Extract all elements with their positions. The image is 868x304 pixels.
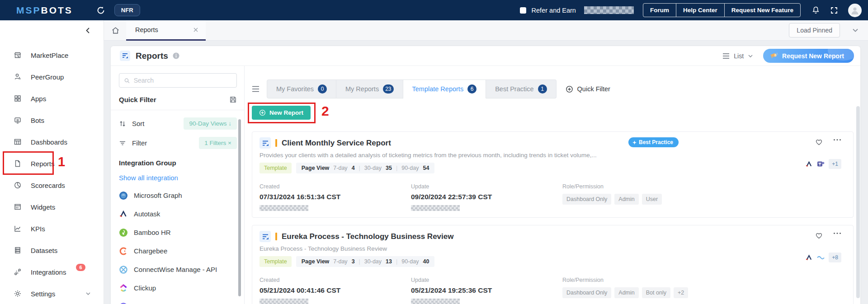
sparkle-icon — [632, 140, 637, 145]
quick-filter-tab[interactable]: Quick Filter — [566, 85, 610, 93]
sidebar-item-scorecards[interactable]: Scorecards — [0, 174, 104, 196]
more-actions-icon[interactable] — [833, 232, 841, 234]
sidebar-item-label: Widgets — [31, 203, 55, 211]
tab-template-reports[interactable]: Template Reports 6 — [403, 80, 486, 98]
filter-row: Filter 1 Filters × — [119, 137, 237, 149]
report-card-eureka-process[interactable]: Eureka Process - Technology Business Rev… — [252, 225, 854, 304]
more-integrations-chip[interactable]: +1 — [829, 159, 841, 169]
nfr-badge[interactable]: NFR — [114, 4, 140, 16]
integration-label: Microsoft Graph — [134, 192, 182, 199]
widgets-icon — [14, 203, 22, 211]
page-view-30day-label: 30-day — [364, 258, 382, 265]
sort-icon — [119, 120, 126, 127]
notifications-bell-icon[interactable] — [811, 6, 820, 14]
sidebar-item-peergroup[interactable]: PeerGroup — [0, 66, 104, 88]
report-title[interactable]: Eureka Process - Technology Business Rev… — [282, 232, 453, 241]
filter-icon — [119, 140, 126, 147]
load-pinned-button[interactable]: Load Pinned — [789, 23, 840, 37]
sidebar-item-kpis[interactable]: KPIs — [0, 218, 104, 239]
hamburger-icon[interactable] — [252, 86, 259, 92]
integration-item-bamboo-hr[interactable]: Bamboo HR — [119, 223, 237, 242]
megaphone-icon — [769, 52, 778, 60]
sidebar-item-label: Apps — [31, 95, 46, 103]
integration-item-chargebee[interactable]: Chargebee — [119, 242, 237, 260]
chevron-down-icon[interactable] — [85, 291, 91, 296]
page-view-7day-label: 7-day — [333, 165, 347, 171]
request-new-report-button[interactable]: Request New Report — [763, 49, 854, 63]
close-tab-icon[interactable] — [193, 27, 198, 33]
autotask-icon — [805, 160, 813, 168]
template-chip: Template — [259, 256, 292, 267]
favorite-heart-icon[interactable] — [815, 138, 823, 145]
tab-count-badge: 6 — [467, 84, 476, 94]
help-center-button[interactable]: Help Center — [676, 4, 724, 17]
forum-button[interactable]: Forum — [643, 4, 676, 17]
new-report-label: New Report — [269, 109, 303, 116]
save-filter-icon[interactable] — [229, 96, 237, 103]
view-mode-switch[interactable]: List — [722, 52, 753, 60]
reports-page-tab[interactable]: Reports — [126, 20, 206, 41]
search-box[interactable] — [119, 73, 237, 88]
page-view-30day-value: 13 — [386, 258, 392, 265]
tab-count-badge: 23 — [383, 84, 393, 94]
title-accent-bar — [275, 233, 277, 240]
request-new-feature-button[interactable]: Request New Feature — [724, 4, 800, 17]
role-permission-label: Role/Permission — [562, 183, 714, 190]
sidebar-item-datasets[interactable]: Datasets — [0, 239, 104, 261]
user-avatar[interactable] — [848, 4, 862, 17]
sidebar-item-bots[interactable]: Bots — [0, 109, 104, 131]
show-all-integration-link[interactable]: Show all integration — [119, 174, 237, 182]
filter-panel-scrollbar[interactable] — [238, 119, 241, 296]
tab-label: Best Practice — [495, 85, 533, 93]
sidebar-item-dashboards[interactable]: Dashboards — [0, 131, 104, 153]
home-icon[interactable] — [111, 26, 120, 35]
fullscreen-icon[interactable] — [830, 6, 838, 14]
integration-item-partial[interactable] — [119, 297, 237, 304]
sidebar-item-label: MarketPlace — [31, 51, 68, 59]
collapse-sidebar-icon[interactable] — [85, 27, 91, 34]
new-report-button[interactable]: New Report — [252, 106, 311, 120]
refer-and-earn-link[interactable]: Refer and Earn — [532, 7, 576, 14]
update-value: 09/20/2024 22:57:39 CST — [411, 193, 562, 201]
report-title[interactable]: Client Monthly Service Report — [282, 139, 391, 148]
tab-my-reports[interactable]: My Reports 23 — [336, 80, 403, 98]
more-actions-icon[interactable] — [833, 139, 841, 141]
mspbots-logo[interactable]: MSPBOTS — [16, 5, 73, 16]
report-card-client-monthly[interactable]: Client Monthly Service Report Best Pract… — [252, 131, 854, 218]
new-report-area: New Report 2 — [252, 106, 311, 120]
integration-label: ConnectWise Manage - API — [134, 266, 217, 273]
integration-label: Bamboo HR — [134, 229, 171, 236]
favorite-heart-icon[interactable] — [815, 231, 823, 239]
integration-item-connectwise[interactable]: ConnectWise Manage - API — [119, 260, 237, 279]
refresh-icon[interactable] — [96, 6, 105, 15]
update-label: Update — [411, 183, 562, 190]
sidebar-item-apps[interactable]: Apps — [0, 88, 104, 109]
sort-value-pill[interactable]: 90-Day Views ↓ — [184, 117, 237, 130]
request-new-report-label: Request New Report — [782, 52, 844, 60]
search-input[interactable] — [134, 77, 232, 84]
sidebar-item-widgets[interactable]: Widgets — [0, 196, 104, 218]
chevron-down-icon[interactable] — [852, 27, 859, 34]
sidebar-item-marketplace[interactable]: MarketPlace — [0, 44, 104, 66]
integration-item-autotask[interactable]: Autotask — [119, 205, 237, 223]
update-column: Update 05/21/2024 19:25:36 CST — [411, 277, 562, 304]
sidebar-item-settings[interactable]: Settings — [0, 283, 104, 304]
info-icon[interactable] — [173, 52, 179, 59]
tab-my-favorites[interactable]: My Favorites 0 — [267, 80, 336, 98]
bots-icon — [14, 116, 22, 124]
bamboo-hr-icon — [119, 228, 128, 237]
sidebar-item-reports[interactable]: Reports — [0, 153, 104, 174]
filter-value-pill[interactable]: 1 Filters × — [199, 137, 237, 149]
report-doc-icon — [259, 137, 271, 149]
sidebar-item-integrations[interactable]: Integrations 6 — [0, 261, 104, 283]
tab-best-practice[interactable]: Best Practice 1 — [486, 80, 556, 98]
report-list-scrollbar[interactable] — [856, 106, 860, 298]
separator: | — [396, 165, 397, 171]
view-mode-label: List — [734, 52, 744, 60]
integration-item-microsoft-graph[interactable]: Microsoft Graph — [119, 186, 237, 205]
sidebar-item-label: Datasets — [31, 247, 57, 254]
annotation-number-1: 1 — [58, 154, 65, 169]
integration-item-clickup[interactable]: Clickup — [119, 279, 237, 297]
role-chip: Admin — [614, 194, 638, 205]
more-integrations-chip[interactable]: +8 — [829, 253, 841, 262]
